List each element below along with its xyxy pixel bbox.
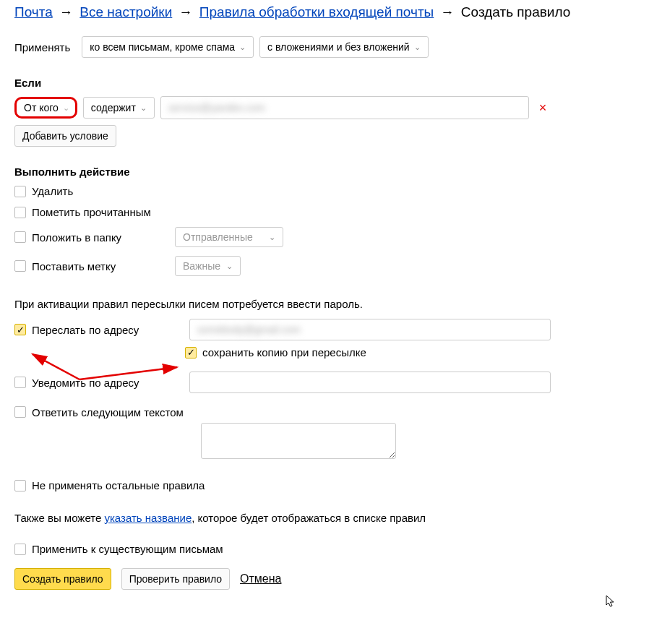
apply-scope-value: ко всем письмам, кроме спама (90, 41, 235, 53)
apply-attachments-value: с вложениями и без вложений (267, 41, 410, 53)
delete-label[interactable]: Удалить (32, 185, 73, 197)
breadcrumb-sep: → (441, 4, 455, 20)
name-hint-pre: Также вы можете (14, 512, 104, 524)
forwarding-note: При активации правил пересылки писем пот… (14, 298, 648, 310)
apply-existing-label[interactable]: Применить к существующим письмам (32, 543, 223, 555)
move-folder-checkbox[interactable] (14, 231, 26, 243)
apply-scope-select[interactable]: ко всем письмам, кроме спама ⌄ (82, 36, 254, 58)
chevron-down-icon: ⌄ (63, 103, 69, 113)
apply-existing-checkbox[interactable] (14, 544, 26, 555)
breadcrumb-sep: → (179, 4, 193, 20)
move-folder-value: Отправленные (183, 231, 253, 243)
set-label-select[interactable]: Важные ⌄ (175, 256, 241, 276)
condition-row: От кого ⌄ содержит ⌄ service@yandex.com … (14, 96, 648, 119)
reply-text-textarea[interactable] (201, 423, 396, 459)
if-heading: Если (14, 77, 648, 89)
bottom-bar: Создать правило Проверить правило Отмена (14, 568, 648, 590)
actions-list: Удалить Пометить прочитанным Положить в … (14, 185, 648, 276)
delete-checkbox[interactable] (14, 186, 26, 197)
mark-read-checkbox[interactable] (14, 207, 26, 218)
breadcrumb: Почта → Все настройки → Правила обработк… (14, 4, 648, 20)
apply-label: Применять (14, 41, 70, 53)
apply-attachments-select[interactable]: с вложениями и без вложений ⌄ (259, 36, 429, 58)
save-copy-label[interactable]: сохранить копию при пересылке (202, 346, 366, 359)
add-condition-row: Добавить условие (14, 125, 648, 147)
forward-address-value: somebody@gmail.com (197, 324, 301, 335)
breadcrumb-current: Создать правило (461, 4, 570, 20)
cursor-icon (606, 595, 616, 604)
save-copy-checkbox[interactable]: ✓ (185, 347, 197, 359)
cancel-link[interactable]: Отмена (240, 572, 281, 585)
set-label-checkbox[interactable] (14, 260, 26, 272)
no-other-rules-checkbox[interactable] (14, 480, 26, 491)
condition-operator-value: содержит (91, 102, 136, 113)
do-heading: Выполнить действие (14, 166, 648, 178)
chevron-down-icon: ⌄ (239, 43, 246, 52)
condition-value-input[interactable]: service@yandex.com (160, 96, 529, 119)
condition-field-select[interactable]: От кого ⌄ (14, 97, 77, 119)
add-condition-button[interactable]: Добавить условие (14, 125, 116, 147)
notify-label[interactable]: Уведомить по адресу (32, 377, 184, 389)
mark-read-label[interactable]: Пометить прочитанным (32, 206, 151, 218)
apply-row: Применять ко всем письмам, кроме спама ⌄… (14, 36, 648, 58)
condition-field-value: От кого (24, 102, 59, 113)
forward-address-input[interactable]: somebody@gmail.com (189, 319, 551, 340)
chevron-down-icon: ⌄ (226, 262, 233, 271)
reply-checkbox[interactable] (14, 406, 26, 418)
create-rule-button[interactable]: Создать правило (14, 568, 111, 590)
breadcrumb-mail[interactable]: Почта (14, 4, 53, 20)
set-label-value: Важные (183, 260, 220, 272)
chevron-down-icon: ⌄ (414, 43, 421, 52)
notify-checkbox[interactable] (14, 377, 26, 388)
notify-address-input[interactable] (189, 372, 551, 393)
name-hint-post: , которое будет отображаться в списке пр… (192, 512, 426, 524)
breadcrumb-sep: → (59, 4, 73, 20)
breadcrumb-rules[interactable]: Правила обработки входящей почты (199, 4, 434, 20)
move-folder-label[interactable]: Положить в папку (32, 231, 169, 244)
delete-condition-icon[interactable]: × (535, 100, 551, 116)
forward-checkbox[interactable]: ✓ (14, 324, 26, 335)
name-hint: Также вы можете указать название, которо… (14, 512, 648, 524)
reply-label[interactable]: Ответить следующим текстом (32, 406, 184, 418)
no-other-rules-label[interactable]: Не применять остальные правила (32, 479, 205, 491)
set-label-label[interactable]: Поставить метку (32, 260, 169, 272)
check-rule-button[interactable]: Проверить правило (121, 568, 230, 590)
forward-label[interactable]: Переслать по адресу (32, 324, 184, 336)
move-folder-select[interactable]: Отправленные ⌄ (175, 227, 283, 247)
specify-name-link[interactable]: указать название (104, 512, 192, 524)
chevron-down-icon: ⌄ (140, 103, 147, 113)
breadcrumb-settings[interactable]: Все настройки (79, 4, 172, 20)
chevron-down-icon: ⌄ (269, 233, 275, 242)
condition-value-text: service@yandex.com (168, 102, 265, 113)
condition-operator-select[interactable]: содержит ⌄ (83, 97, 155, 119)
